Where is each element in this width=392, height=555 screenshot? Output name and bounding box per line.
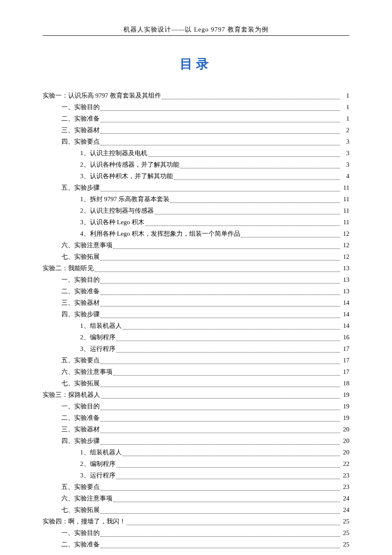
toc-entry[interactable]: 三、实验器材14 — [61, 297, 349, 309]
toc-leader-dots — [101, 444, 340, 445]
toc-entry[interactable]: 六、实验注意事项12 — [61, 240, 349, 251]
toc-entry[interactable]: 3、运行程序17 — [80, 343, 349, 355]
page-header: 机器人实验设计——以 Lego 9797 教育套装为例 — [43, 26, 349, 36]
toc-leader-dots — [101, 513, 340, 514]
toc-entry-label: 五、实验要点 — [61, 481, 100, 493]
toc-entry-page: 25 — [341, 527, 349, 539]
toc-entry-page: 17 — [341, 355, 349, 366]
toc-entry-page: 20 — [341, 447, 349, 458]
toc-entry[interactable]: 3、认识各种 Lego 积木11 — [80, 217, 349, 228]
toc-entry[interactable]: 一、实验目的1 — [61, 101, 349, 113]
toc-entry[interactable]: 1、认识主控制器及电机3 — [80, 147, 349, 159]
toc-entry-label: 二、实验准备 — [61, 412, 100, 424]
toc-leader-dots — [101, 283, 340, 283]
toc-entry-label: 3、运行程序 — [80, 343, 115, 355]
toc-leader-dots — [101, 536, 340, 537]
toc-leader-dots — [101, 191, 340, 191]
toc-entry[interactable]: 六、实验注意事项17 — [61, 366, 349, 378]
toc-entry-page: 24 — [341, 493, 349, 504]
toc-leader-dots — [116, 340, 340, 341]
toc-entry-page: 12 — [341, 251, 349, 263]
toc-entry-page: 23 — [341, 481, 349, 493]
toc-entry[interactable]: 3、运行程序23 — [80, 470, 349, 481]
toc-leader-dots — [101, 421, 340, 422]
toc-leader-dots — [101, 133, 340, 134]
toc-entry[interactable]: 1、组装机器人20 — [80, 447, 349, 458]
toc-entry[interactable]: 1、组装机器人14 — [80, 320, 349, 332]
toc-entry[interactable]: 二、实验准备19 — [61, 412, 349, 424]
toc-entry-page: 17 — [341, 366, 349, 378]
toc-entry[interactable]: 二、实验准备13 — [61, 286, 349, 297]
toc-entry-page: 25 — [341, 516, 349, 527]
toc-entry[interactable]: 五、实验要点17 — [61, 355, 349, 366]
toc-entry[interactable]: 五、实验步骤11 — [61, 182, 349, 194]
toc-leader-dots — [116, 467, 340, 468]
toc-entry[interactable]: 四、实验步骤20 — [61, 435, 349, 447]
toc-entry-label: 一、实验目的 — [61, 527, 100, 539]
toc-entry[interactable]: 三、实验器材2 — [61, 124, 349, 136]
toc-entry[interactable]: 2、认识各种传感器，并了解其功能3 — [80, 159, 349, 171]
toc-entry[interactable]: 四、实验要点3 — [61, 136, 349, 147]
toc-leader-dots — [170, 202, 340, 203]
toc-leader-dots — [101, 386, 340, 387]
toc-entry[interactable]: 一、实验目的25 — [61, 527, 349, 539]
toc-entry[interactable]: 实验四：啊，撞墙了，我闪！25 — [43, 516, 349, 527]
toc-entry[interactable]: 实验二：我能听见13 — [43, 263, 349, 274]
toc-entry-page: 2 — [341, 124, 349, 136]
toc-entry-page: 14 — [341, 309, 349, 320]
toc-entry[interactable]: 四、实验步骤14 — [61, 309, 349, 320]
toc-leader-dots — [101, 294, 340, 295]
toc-leader-dots — [95, 271, 340, 272]
toc-entry[interactable]: 三、实验器材20 — [61, 424, 349, 435]
toc-entry-label: 1、组装机器人 — [80, 320, 122, 332]
toc-entry[interactable]: 二、实验准备1 — [61, 113, 349, 124]
toc-leader-dots — [101, 363, 340, 364]
toc-entry[interactable]: 2、编制程序22 — [80, 458, 349, 470]
toc-entry[interactable]: 七、实验拓展18 — [61, 378, 349, 389]
toc-entry-page: 19 — [341, 389, 349, 401]
toc-entry[interactable]: 七、实验拓展24 — [61, 504, 349, 516]
toc-leader-dots — [101, 409, 340, 410]
toc-entry-label: 2、认识主控制器与传感器 — [80, 205, 154, 217]
toc-leader-dots — [123, 455, 340, 456]
toc-entry-label: 二、实验准备 — [61, 539, 100, 550]
toc-entry-label: 四、实验步骤 — [61, 435, 100, 447]
toc-entry-label: 三、实验器材 — [61, 297, 100, 309]
toc-leader-dots — [241, 237, 340, 237]
toc-entry-label: 二、实验准备 — [61, 113, 100, 124]
toc-entry-page: 4 — [341, 171, 349, 182]
toc-entry[interactable]: 实验一：认识乐高 9797 教育套装及其组件1 — [43, 90, 349, 101]
toc-entry[interactable]: 2、编制程序16 — [80, 332, 349, 343]
toc-leader-dots — [101, 306, 340, 306]
toc-entry[interactable]: 实验三：探路机器人19 — [43, 389, 349, 401]
toc-leader-dots — [148, 156, 340, 157]
toc-leader-dots — [101, 145, 340, 145]
toc-entry-page: 3 — [341, 147, 349, 159]
toc-entry-page: 13 — [341, 274, 349, 286]
toc-leader-dots — [101, 547, 340, 548]
toc-entry[interactable]: 2、认识主控制器与传感器11 — [80, 205, 349, 217]
toc-entry[interactable]: 1、拆封 9797 乐高教育基本套装11 — [80, 194, 349, 205]
toc-entry[interactable]: 一、实验目的19 — [61, 401, 349, 412]
toc-entry-label: 六、实验注意事项 — [61, 366, 112, 378]
toc-entry-label: 五、实验要点 — [61, 355, 100, 366]
toc-entry[interactable]: 六、实验注意事项24 — [61, 493, 349, 504]
toc-leader-dots — [162, 98, 340, 99]
toc-entry-label: 实验一：认识乐高 9797 教育套装及其组件 — [43, 90, 161, 101]
toc-entry-page: 19 — [341, 412, 349, 424]
toc-leader-dots — [101, 110, 340, 111]
toc-entry-page: 11 — [341, 205, 349, 217]
toc-entry-page: 16 — [341, 332, 349, 343]
toc-entry[interactable]: 4、利用各种 Lego 积木，发挥想象力，组装一个简单作品12 — [80, 228, 349, 240]
toc-entry[interactable]: 二、实验准备25 — [61, 539, 349, 550]
toc-entry-label: 3、运行程序 — [80, 470, 115, 481]
toc-entry-label: 2、编制程序 — [80, 332, 115, 343]
toc-entry-page: 11 — [341, 194, 349, 205]
toc-entry[interactable]: 3、认识各种积木，并了解其功能4 — [80, 171, 349, 182]
toc-entry[interactable]: 五、实验要点23 — [61, 481, 349, 493]
toc-entry-label: 七、实验拓展 — [61, 378, 100, 389]
toc-entry[interactable]: 七、实验拓展12 — [61, 251, 349, 263]
toc-entry-page: 14 — [341, 297, 349, 309]
toc-entry-page: 25 — [341, 539, 349, 550]
toc-entry[interactable]: 一、实验目的13 — [61, 274, 349, 286]
